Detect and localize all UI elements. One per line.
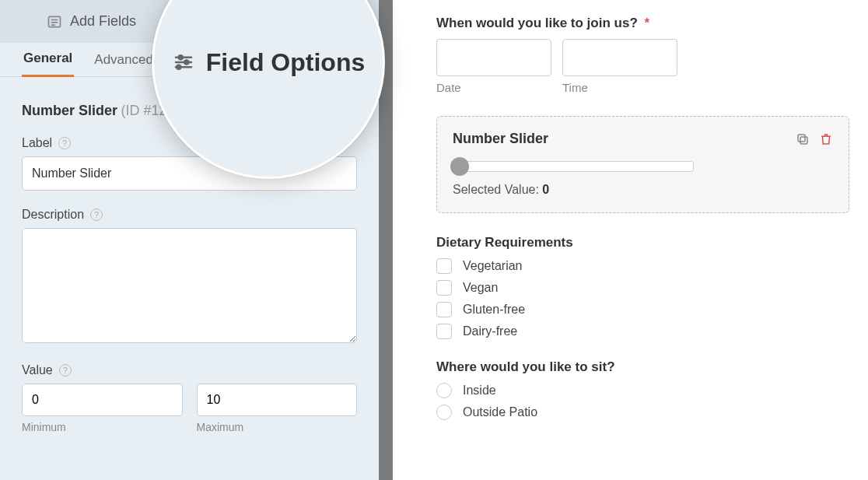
datetime-question: When would you like to join us? [436, 16, 638, 30]
date-input[interactable] [436, 39, 551, 76]
dietary-field: Dietary Requirements Vegetarian Vegan Gl… [436, 235, 849, 339]
checkbox-glutenfree[interactable]: Gluten-free [436, 302, 849, 317]
checkbox-icon[interactable] [436, 258, 452, 274]
slider-field-title: Number Slider [453, 131, 548, 147]
checkbox-icon[interactable] [436, 302, 452, 317]
time-caption: Time [562, 81, 677, 94]
list-icon [47, 14, 62, 30]
subtab-advanced[interactable]: Advanced [93, 44, 155, 76]
seating-title: Where would you like to sit? [436, 359, 849, 375]
duplicate-icon[interactable] [796, 132, 810, 146]
max-input[interactable] [197, 384, 358, 416]
svg-rect-11 [798, 135, 805, 142]
add-fields-label: Add Fields [70, 13, 136, 30]
description-textarea[interactable] [22, 228, 357, 343]
callout-title: Field Options [206, 48, 365, 77]
min-caption: Minimum [22, 421, 183, 433]
checkbox-dairyfree[interactable]: Dairy-free [436, 324, 849, 339]
sliders-icon [172, 51, 195, 74]
max-caption: Maximum [197, 421, 358, 433]
checkbox-icon[interactable] [436, 324, 452, 339]
date-caption: Date [436, 81, 551, 94]
svg-point-7 [184, 61, 188, 65]
trash-icon[interactable] [819, 132, 833, 146]
checkbox-icon[interactable] [436, 280, 452, 296]
svg-point-5 [179, 55, 183, 59]
field-type-name: Number Slider [22, 103, 117, 118]
svg-rect-10 [800, 137, 807, 144]
svg-point-9 [177, 65, 180, 69]
checkbox-vegan[interactable]: Vegan [436, 280, 849, 296]
help-icon[interactable]: ? [58, 137, 71, 149]
radio-icon[interactable] [436, 405, 452, 420]
required-asterisk: * [645, 16, 650, 30]
label-caption: Label [22, 136, 52, 150]
dietary-title: Dietary Requirements [436, 235, 849, 251]
form-preview: When would you like to join us? * Date T… [393, 0, 868, 480]
help-icon[interactable]: ? [59, 364, 72, 377]
seating-field: Where would you like to sit? Inside Outs… [436, 359, 849, 420]
value-caption: Value [22, 363, 53, 377]
radio-outside[interactable]: Outside Patio [436, 405, 849, 420]
description-caption: Description [22, 208, 84, 222]
slider-track[interactable] [453, 161, 694, 172]
radio-icon[interactable] [436, 383, 452, 398]
radio-inside[interactable]: Inside [436, 383, 849, 398]
slider-thumb[interactable] [450, 157, 469, 176]
time-input[interactable] [562, 39, 677, 76]
number-slider-field[interactable]: Number Slider Selected Value: 0 [436, 116, 849, 213]
datetime-field: When would you like to join us? * Date T… [436, 16, 849, 94]
help-icon[interactable]: ? [90, 208, 103, 221]
checkbox-vegetarian[interactable]: Vegetarian [436, 258, 849, 274]
slider-selected-value: Selected Value: 0 [453, 183, 833, 197]
min-input[interactable] [22, 384, 183, 416]
subtab-general[interactable]: General [22, 43, 74, 77]
